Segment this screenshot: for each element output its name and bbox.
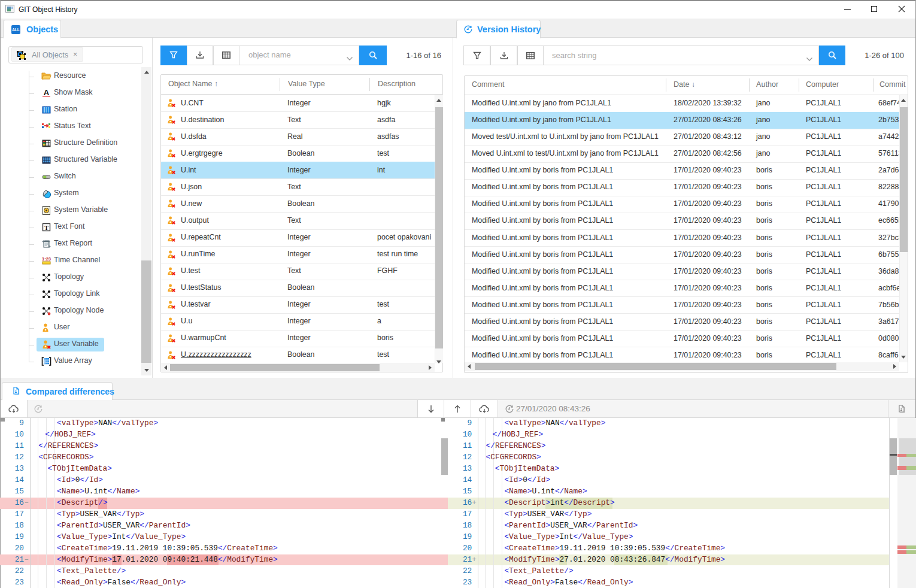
svg-text:1:23: 1:23 <box>42 256 51 262</box>
svg-text:T: T <box>44 225 48 231</box>
svg-text:A: A <box>44 88 50 97</box>
